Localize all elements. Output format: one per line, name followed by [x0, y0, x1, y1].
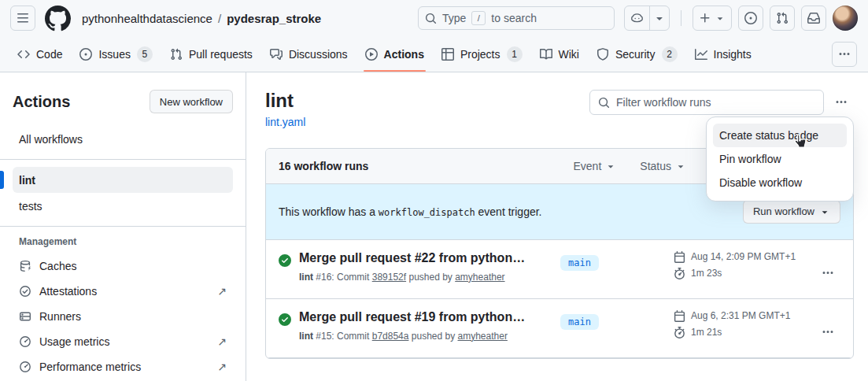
pull-requests-button[interactable]	[770, 6, 795, 31]
calendar-icon	[674, 251, 685, 263]
pull-request-icon	[776, 12, 789, 24]
sidebar-item-usage-metrics[interactable]: Usage metrics ↗	[13, 329, 233, 354]
tab-code[interactable]: Code	[11, 36, 68, 72]
tab-label: Security	[615, 48, 656, 61]
notice-text: This workflow has a workflow_dispatch ev…	[279, 205, 541, 218]
tab-wiki[interactable]: Wiki	[534, 36, 585, 72]
tab-label: Wiki	[559, 48, 579, 61]
external-link-icon: ↗	[217, 335, 227, 348]
tab-security[interactable]: Security 2	[590, 36, 684, 72]
breadcrumb-org[interactable]: pythonhealthdatascience	[82, 12, 212, 25]
management-item-label: Caches	[39, 260, 76, 272]
breadcrumb: pythonhealthdatascience / pydesrap_strok…	[82, 12, 321, 25]
management-section-label: Management	[19, 236, 227, 247]
run-title-link[interactable]: Merge pull request #19 from python…	[299, 310, 541, 324]
database-icon	[19, 260, 31, 272]
filter-label: Status	[640, 160, 671, 172]
sidebar-item-runners[interactable]: Runners	[13, 304, 233, 329]
security-shield-icon	[597, 48, 609, 61]
tab-label: Issues	[98, 48, 130, 61]
sidebar-divider	[0, 159, 246, 160]
workflow-title: lint	[265, 90, 305, 113]
tab-pull-requests[interactable]: Pull requests	[164, 36, 259, 72]
tab-overflow-button[interactable]	[832, 42, 857, 67]
sidebar-item-lint[interactable]: lint	[13, 167, 233, 193]
inbox-button[interactable]	[801, 6, 826, 31]
check-circle-icon	[279, 313, 291, 326]
workflow-name: tests	[19, 200, 42, 213]
sidebar-title: Actions	[13, 93, 70, 111]
run-duration: 1m 23s	[691, 268, 722, 279]
run-subtitle: lint #15: Commit b7d854a pushed by amyhe…	[299, 331, 541, 342]
wiki-book-icon	[540, 48, 552, 61]
actor-link[interactable]: amyheather	[455, 272, 504, 283]
menu-item-pin-workflow[interactable]: Pin workflow	[713, 147, 847, 171]
stopwatch-icon	[674, 327, 685, 338]
workflow-file-link[interactable]: lint.yaml	[265, 116, 305, 128]
management-item-label: Attestations	[39, 285, 97, 298]
sidebar-item-performance-metrics[interactable]: Performance metrics ↗	[13, 354, 233, 379]
tab-actions[interactable]: Actions	[359, 36, 430, 72]
verified-icon	[19, 285, 31, 298]
caret-down-icon	[819, 206, 830, 217]
run-meta: Aug 6, 2:31 PM GMT+1 1m 21s	[674, 310, 809, 338]
header-divider	[681, 10, 681, 26]
create-new-button[interactable]	[693, 6, 732, 31]
copilot-icon	[630, 12, 644, 25]
branch-badge[interactable]: main	[560, 255, 599, 271]
projects-count-badge: 1	[507, 46, 523, 62]
run-options-button[interactable]	[815, 261, 840, 286]
tab-issues[interactable]: Issues 5	[73, 36, 158, 72]
commit-link[interactable]: b7d854a	[372, 331, 409, 342]
actor-link[interactable]: amyheather	[458, 331, 508, 342]
run-ref: #15: Commit	[316, 331, 369, 342]
tab-projects[interactable]: Projects 1	[435, 36, 529, 72]
copilot-menu-button[interactable]	[650, 6, 669, 30]
event-filter-dropdown[interactable]: Event	[573, 160, 616, 172]
projects-icon	[441, 48, 454, 61]
tab-insights[interactable]: Insights	[689, 36, 758, 72]
filter-workflow-runs-input[interactable]: Filter workflow runs	[589, 90, 824, 115]
menu-item-create-status-badge[interactable]: Create status badge	[713, 124, 847, 147]
sidebar-item-all-workflows[interactable]: All workflows	[13, 126, 233, 152]
sidebar-item-attestations[interactable]: Attestations ↗	[13, 279, 233, 304]
management-item-label: Usage metrics	[39, 335, 109, 348]
hamburger-menu-button[interactable]	[10, 6, 35, 31]
run-workflow-button[interactable]: Run workflow	[743, 200, 840, 224]
branch-badge[interactable]: main	[560, 314, 599, 330]
global-search-input[interactable]: Type / to search	[418, 6, 615, 30]
management-item-label: Runners	[39, 310, 81, 323]
github-mark-icon	[45, 6, 71, 31]
issues-button[interactable]	[738, 6, 763, 31]
status-filter-dropdown[interactable]: Status	[640, 160, 686, 172]
github-logo[interactable]	[45, 6, 71, 31]
run-subtitle: lint #16: Commit 389152f pushed by amyhe…	[299, 272, 541, 283]
workflow-name: lint	[19, 174, 35, 187]
runs-count-label: 16 workflow runs	[279, 160, 368, 172]
search-placeholder-prefix: Type	[442, 12, 466, 24]
copilot-split-button	[624, 6, 670, 31]
sidebar-item-caches[interactable]: Caches	[13, 253, 233, 279]
external-link-icon: ↗	[217, 361, 227, 373]
run-workflow-label: Run workflow	[753, 205, 814, 217]
workflow-options-button[interactable]	[829, 90, 854, 115]
server-icon	[19, 310, 31, 323]
filter-label: Event	[573, 160, 601, 172]
inbox-icon	[807, 12, 820, 24]
breadcrumb-repo[interactable]: pydesrap_stroke	[227, 12, 321, 25]
new-workflow-button[interactable]: New workflow	[150, 90, 233, 113]
meter-icon	[19, 361, 31, 373]
hamburger-icon	[17, 12, 29, 24]
discussions-icon	[270, 48, 283, 61]
avatar[interactable]	[833, 6, 858, 31]
tab-discussions[interactable]: Discussions	[264, 36, 354, 72]
run-workflow-name: lint	[299, 272, 313, 283]
menu-item-disable-workflow[interactable]: Disable workflow	[713, 171, 847, 194]
workflow-options-menu: Create status badge Pin workflow Disable…	[706, 117, 854, 202]
run-options-button[interactable]	[815, 320, 840, 345]
copilot-button[interactable]	[625, 6, 650, 30]
sidebar-item-tests[interactable]: tests	[13, 193, 233, 219]
run-title-link[interactable]: Merge pull request #22 from python…	[299, 251, 541, 265]
commit-link[interactable]: 389152f	[372, 272, 406, 283]
code-icon	[17, 48, 30, 61]
